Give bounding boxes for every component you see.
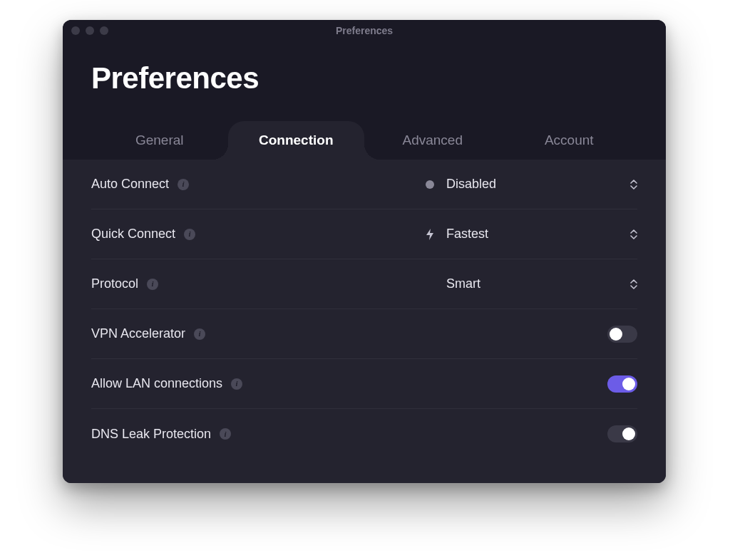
tab-label: Connection bbox=[259, 133, 334, 148]
setting-row-vpn-accelerator: VPN Accelerator i bbox=[91, 309, 637, 359]
tab-connection[interactable]: Connection bbox=[228, 121, 365, 160]
preferences-window: Preferences Preferences General Connecti… bbox=[63, 20, 666, 483]
window-title: Preferences bbox=[63, 25, 666, 36]
auto-connect-select[interactable]: Disabled bbox=[423, 177, 637, 192]
chevron-updown-icon bbox=[630, 180, 637, 190]
setting-label: Protocol bbox=[91, 276, 138, 291]
vpn-accelerator-toggle[interactable] bbox=[607, 326, 637, 343]
chevron-updown-icon bbox=[630, 279, 637, 289]
setting-row-dns-leak: DNS Leak Protection i bbox=[91, 409, 637, 459]
setting-row-quick-connect: Quick Connect i Fastest bbox=[91, 209, 637, 259]
tab-label: General bbox=[135, 133, 184, 148]
info-icon[interactable]: i bbox=[231, 378, 242, 390]
dns-leak-toggle[interactable] bbox=[607, 425, 637, 442]
setting-row-protocol: Protocol i Smart bbox=[91, 259, 637, 309]
tab-advanced[interactable]: Advanced bbox=[364, 121, 501, 160]
setting-row-allow-lan: Allow LAN connections i bbox=[91, 359, 637, 409]
titlebar: Preferences bbox=[63, 20, 666, 41]
minimize-window-button[interactable] bbox=[86, 26, 94, 35]
traffic-lights bbox=[71, 26, 108, 35]
info-icon[interactable]: i bbox=[147, 279, 158, 290]
allow-lan-toggle[interactable] bbox=[607, 375, 637, 393]
info-icon[interactable]: i bbox=[194, 328, 205, 340]
tabs: General Connection Advanced Account bbox=[91, 121, 637, 160]
setting-row-auto-connect: Auto Connect i Disabled bbox=[91, 160, 637, 209]
info-icon[interactable]: i bbox=[184, 229, 195, 240]
select-value: Disabled bbox=[446, 177, 620, 192]
zoom-window-button[interactable] bbox=[100, 26, 108, 35]
protocol-select[interactable]: Smart bbox=[423, 276, 637, 291]
select-value: Smart bbox=[446, 276, 620, 291]
setting-label: Auto Connect bbox=[91, 177, 169, 192]
tab-label: Advanced bbox=[402, 133, 463, 148]
spacer-icon bbox=[423, 278, 436, 291]
bolt-icon bbox=[423, 228, 436, 241]
page-title: Preferences bbox=[91, 61, 637, 95]
select-value: Fastest bbox=[446, 227, 620, 242]
settings-panel: Auto Connect i Disabled Quick Connect i bbox=[63, 160, 666, 483]
info-icon[interactable]: i bbox=[178, 179, 189, 190]
setting-label: VPN Accelerator bbox=[91, 326, 185, 341]
info-icon[interactable]: i bbox=[220, 428, 231, 440]
disabled-dot-icon bbox=[423, 178, 436, 191]
header: Preferences General Connection Advanced … bbox=[63, 41, 666, 160]
chevron-updown-icon bbox=[630, 229, 637, 239]
tab-general[interactable]: General bbox=[91, 121, 228, 160]
tab-label: Account bbox=[545, 133, 594, 148]
setting-label: DNS Leak Protection bbox=[91, 427, 211, 442]
quick-connect-select[interactable]: Fastest bbox=[423, 227, 637, 242]
tab-account[interactable]: Account bbox=[501, 121, 638, 160]
close-window-button[interactable] bbox=[71, 26, 80, 35]
setting-label: Quick Connect bbox=[91, 227, 175, 242]
setting-label: Allow LAN connections bbox=[91, 376, 222, 391]
